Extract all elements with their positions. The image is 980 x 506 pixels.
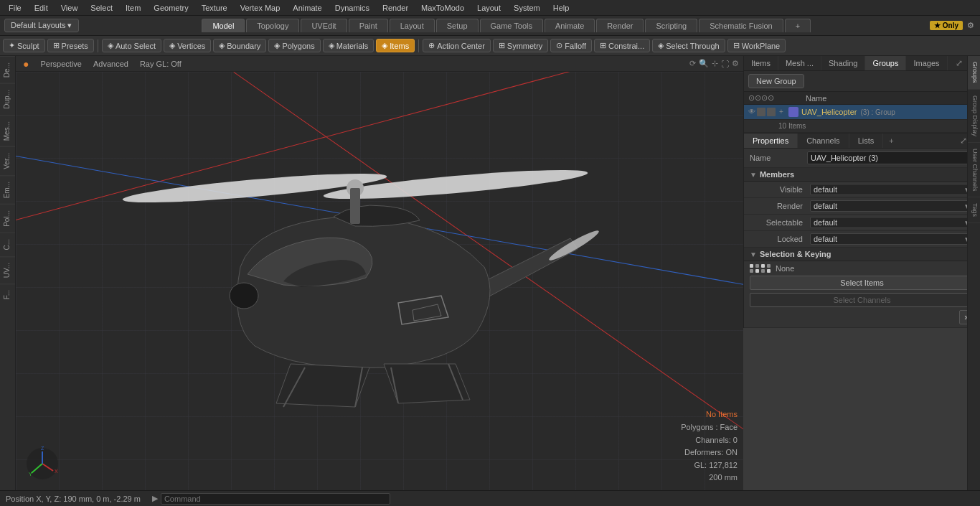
constraints-button[interactable]: ⊞ Constrai... bbox=[594, 39, 650, 52]
viewport-icon-settings[interactable]: ⚙ bbox=[732, 59, 739, 68]
groups-list-body[interactable]: 👁 + UAV_Helicopter (3) : Group 10 Items bbox=[744, 105, 980, 133]
menu-dynamics[interactable]: Dynamics bbox=[329, 2, 375, 14]
group-add-icon[interactable]: + bbox=[777, 108, 786, 116]
left-tab-de[interactable]: De... bbox=[0, 56, 15, 83]
menu-edit[interactable]: Edit bbox=[29, 2, 54, 14]
viewport-icon-maximize[interactable]: ⛶ bbox=[721, 60, 729, 68]
tab-groups[interactable]: Groups bbox=[865, 56, 906, 70]
left-tab-uv[interactable]: UV... bbox=[0, 256, 15, 284]
presets-button[interactable]: ⊞ Presets bbox=[47, 39, 94, 52]
vert-tab-groups[interactable]: Groups bbox=[968, 56, 980, 90]
render-select[interactable]: default ▼ bbox=[810, 200, 974, 212]
viewport-icon-pan[interactable]: ⊹ bbox=[712, 59, 718, 68]
tab-items[interactable]: Items bbox=[744, 56, 778, 70]
props-tab-properties[interactable]: Properties bbox=[744, 133, 798, 148]
polygons-button[interactable]: ◈ Polygons bbox=[268, 39, 320, 52]
menu-select[interactable]: Select bbox=[85, 2, 118, 14]
keying-section-header[interactable]: ▼ Selection & Keying bbox=[744, 248, 980, 261]
left-tab-c[interactable]: C... bbox=[0, 233, 15, 256]
status-no-items: No Items bbox=[681, 408, 738, 421]
vertices-button[interactable]: ◈ Vertices bbox=[164, 39, 211, 52]
tab-gametools[interactable]: Game Tools bbox=[480, 19, 544, 32]
viewport-icon-zoom[interactable]: 🔍 bbox=[699, 59, 709, 68]
vert-tab-user-channels[interactable]: User Channels bbox=[968, 143, 980, 198]
status-polygons: Polygons : Face bbox=[681, 421, 738, 434]
visible-select[interactable]: default ▼ bbox=[810, 184, 974, 195]
menu-vertexmap[interactable]: Vertex Map bbox=[235, 2, 286, 14]
menu-animate[interactable]: Animate bbox=[287, 2, 327, 14]
left-tab-em[interactable]: Em... bbox=[0, 175, 15, 204]
tab-schematicfusion[interactable]: Schematic Fusion bbox=[699, 19, 783, 32]
items-button[interactable]: ◈ Items bbox=[376, 39, 415, 52]
new-group-button[interactable]: New Group bbox=[748, 74, 804, 88]
menu-render[interactable]: Render bbox=[377, 2, 414, 14]
left-tab-mes[interactable]: Mes... bbox=[0, 115, 15, 146]
position-status: Position X, Y, Z: 190 mm, 0 m, -2.29 m bbox=[6, 495, 141, 503]
select-channels-button[interactable]: Select Channels bbox=[750, 293, 974, 307]
menu-geometry[interactable]: Geometry bbox=[148, 2, 194, 14]
boundary-button[interactable]: ◈ Boundary bbox=[213, 39, 266, 52]
vert-tab-group-display[interactable]: Group Display bbox=[968, 90, 980, 143]
props-tab-lists[interactable]: Lists bbox=[849, 133, 884, 148]
symmetry-button[interactable]: ⊞ Symmetry bbox=[493, 39, 549, 52]
locked-select[interactable]: default ▼ bbox=[810, 233, 974, 245]
members-section-header[interactable]: ▼ Members bbox=[744, 168, 980, 182]
materials-button[interactable]: ◈ Materials bbox=[323, 39, 374, 52]
tab-add[interactable]: + bbox=[785, 19, 811, 32]
command-prompt-icon: ▶ bbox=[152, 494, 158, 503]
name-input[interactable] bbox=[807, 151, 974, 164]
ray-gl-label[interactable]: Ray GL: Off bbox=[137, 59, 184, 69]
left-tab-pol[interactable]: Pol... bbox=[0, 204, 15, 233]
tab-layout[interactable]: Layout bbox=[390, 19, 435, 32]
keying-dots bbox=[750, 264, 771, 273]
tab-topology[interactable]: Topology bbox=[246, 19, 299, 32]
props-tab-add[interactable]: + bbox=[883, 133, 899, 148]
star-badge[interactable]: ★ Only bbox=[930, 21, 963, 30]
menu-view[interactable]: View bbox=[55, 2, 84, 14]
layout-dropdown[interactable]: Default Layouts ▾ bbox=[4, 19, 79, 32]
menu-maxtomodo[interactable]: MaxToModo bbox=[415, 2, 470, 14]
menu-system[interactable]: System bbox=[508, 2, 546, 14]
perspective-label[interactable]: Perspective bbox=[37, 59, 84, 69]
tab-uvedit[interactable]: UVEdit bbox=[301, 19, 347, 32]
panel-expand-icon[interactable]: ⤢ bbox=[954, 57, 964, 70]
select-through-button[interactable]: ◈ Select Through bbox=[652, 39, 725, 52]
tab-scripting[interactable]: Scripting bbox=[645, 19, 697, 32]
left-tab-ver[interactable]: Ver... bbox=[0, 146, 15, 175]
tab-paint[interactable]: Paint bbox=[349, 19, 388, 32]
viewport-canvas[interactable]: No Items Polygons : Face Channels: 0 Def… bbox=[16, 72, 743, 490]
menu-texture[interactable]: Texture bbox=[196, 2, 233, 14]
menu-item[interactable]: Item bbox=[120, 2, 146, 14]
workplane-button[interactable]: ⊟ WorkPlane bbox=[727, 39, 786, 52]
group-vis-icon[interactable]: 👁 bbox=[748, 108, 755, 116]
props-tab-channels[interactable]: Channels bbox=[798, 133, 849, 148]
group-item-sub[interactable]: 10 Items bbox=[744, 120, 980, 133]
menu-layout[interactable]: Layout bbox=[471, 2, 507, 14]
advanced-label[interactable]: Advanced bbox=[90, 59, 131, 69]
settings-icon[interactable]: ⚙ bbox=[967, 21, 974, 30]
tab-setup[interactable]: Setup bbox=[436, 19, 479, 32]
viewport-dot[interactable]: ● bbox=[20, 57, 32, 70]
vert-tab-tags[interactable]: Tags bbox=[968, 197, 980, 223]
tab-render[interactable]: Render bbox=[596, 19, 644, 32]
groups-list-header: ⊙⊙⊙⊙ Name bbox=[744, 92, 980, 105]
falloff-button[interactable]: ⊙ Falloff bbox=[550, 39, 592, 52]
command-input[interactable] bbox=[164, 495, 387, 503]
action-center-button[interactable]: ⊕ Action Center bbox=[423, 39, 491, 52]
viewport-icon-rotate[interactable]: ⟳ bbox=[689, 59, 696, 68]
tab-animate[interactable]: Animate bbox=[545, 19, 595, 32]
selectable-select[interactable]: default ▼ bbox=[810, 217, 974, 228]
tab-mesh[interactable]: Mesh ... bbox=[778, 56, 821, 70]
props-expand-icon[interactable]: ⤢ bbox=[960, 136, 967, 146]
tab-model[interactable]: Model bbox=[202, 19, 245, 32]
left-tab-dup[interactable]: Dup... bbox=[0, 83, 15, 115]
menu-help[interactable]: Help bbox=[547, 2, 575, 14]
sculpt-button[interactable]: ✦ Sculpt bbox=[3, 39, 45, 52]
tab-images[interactable]: Images bbox=[906, 56, 947, 70]
tab-shading[interactable]: Shading bbox=[821, 56, 865, 70]
select-items-button[interactable]: Select Items bbox=[750, 276, 974, 290]
menu-file[interactable]: File bbox=[3, 2, 27, 14]
left-tab-f[interactable]: F... bbox=[0, 284, 15, 305]
autoselect-button[interactable]: ◈ Auto Select bbox=[102, 39, 161, 52]
group-item-uav[interactable]: 👁 + UAV_Helicopter (3) : Group bbox=[744, 105, 980, 120]
